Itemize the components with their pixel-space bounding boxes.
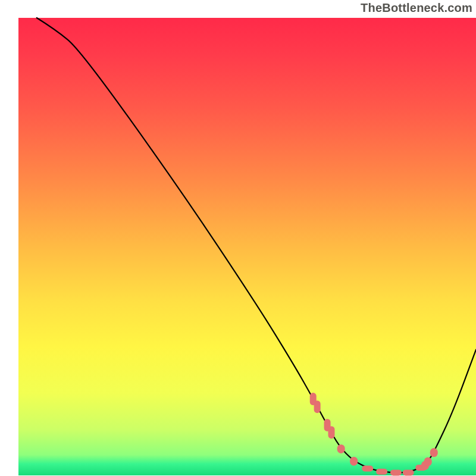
chart-svg (0, 0, 476, 476)
marker-dot (390, 469, 402, 475)
marker-dot (430, 448, 438, 457)
marker-dot (314, 400, 321, 413)
marker-dot (403, 469, 414, 475)
plot-background (18, 18, 476, 475)
chart-container: { "watermark": "TheBottleneck.com", "cha… (0, 0, 476, 476)
marker-dot (328, 426, 334, 439)
marker-dot (424, 457, 432, 466)
marker-dot (376, 469, 387, 475)
marker-dot (362, 465, 373, 471)
watermark-text: TheBottleneck.com (361, 1, 472, 15)
marker-dot (337, 444, 345, 453)
marker-dot (350, 457, 358, 466)
